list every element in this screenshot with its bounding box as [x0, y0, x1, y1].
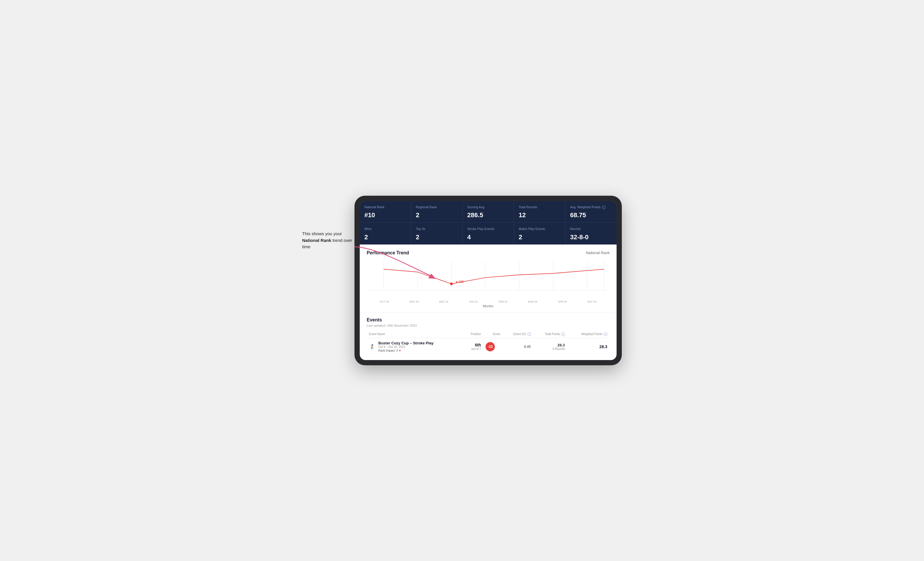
events-table: Event Name Position Score Event SG i Tot… — [367, 331, 610, 355]
rank-impact: Rank Impact: 3 ▼ — [378, 349, 401, 352]
svg-marker-0 — [428, 274, 435, 279]
annotation-text-1: This shows you your — [302, 231, 342, 236]
stat-wins: Wins 2 — [360, 223, 411, 244]
annotation-bold: National Rank — [302, 238, 331, 243]
x-label-oct23: OCT 23 — [370, 300, 399, 303]
x-label-apr24: APR 24 — [548, 300, 577, 303]
th-event-sg: Event SG i — [502, 331, 533, 338]
event-sg: 0.45 — [502, 338, 533, 355]
svg-text:● #10: ● #10 — [456, 280, 464, 283]
event-score: -22 — [483, 338, 502, 355]
event-golf-icon: 🏌️ — [369, 343, 376, 350]
stat-avg-weighted: Avg. Weighted Points i 68.75 — [566, 201, 616, 223]
x-label-nov23: NOV 23 — [399, 300, 429, 303]
info-icon-avg-weighted[interactable]: i — [602, 206, 606, 209]
x-label-dec23: DEC 23 — [429, 300, 459, 303]
events-section: Events Last updated: 24th November 2023 … — [360, 313, 616, 360]
info-icon-weighted-points[interactable]: i — [604, 332, 607, 336]
stat-record: Record 32-8-0 — [566, 223, 616, 244]
event-title: Buster Cozy Cup – Stroke Play — [378, 341, 434, 345]
event-position: 6th out of 7 — [463, 338, 483, 355]
stat-total-rounds: Total Rounds 12 — [514, 201, 565, 223]
x-label-jan24: JAN 24 — [459, 300, 488, 303]
events-title: Events — [367, 317, 610, 323]
svg-point-10 — [450, 282, 453, 285]
events-header: Events — [367, 317, 610, 323]
table-row: 🏌️ Buster Cozy Cup – Stroke Play Oct 9 –… — [367, 338, 610, 355]
info-icon-event-sg[interactable]: i — [527, 332, 531, 336]
event-total-points: 28.3 3 Rounds — [533, 338, 567, 355]
events-last-updated: Last updated: 24th November 2023 — [367, 324, 610, 327]
stat-stroke-play: Stroke Play Events 4 — [463, 223, 514, 244]
th-event-name: Event Name — [367, 331, 463, 338]
chart-x-labels: OCT 23 NOV 23 DEC 23 JAN 24 FEB 24 MAR 2… — [367, 300, 610, 303]
stat-match-play: Match Play Events 2 — [514, 223, 565, 244]
stat-regional-rank: Regional Rank 2 — [411, 201, 462, 223]
event-date: Oct 9 – Oct 10, 2023 — [378, 345, 434, 349]
stats-grid-row1: National Rank #10 Regional Rank 2 Scorin… — [360, 201, 616, 223]
th-total-points: Total Points i — [533, 331, 567, 338]
x-label-mar24: MAR 24 — [518, 300, 548, 303]
stat-national-rank: National Rank #10 — [360, 201, 411, 223]
th-weighted-points: Weighted Points i — [567, 331, 610, 338]
th-score: Score — [483, 331, 502, 338]
x-label-may24: MAY 24 — [577, 300, 607, 303]
stat-scoring-avg: Scoring Avg. 286.5 — [463, 201, 514, 223]
event-weighted-points: 28.3 — [567, 338, 610, 355]
stats-grid-row2: Wins 2 Top 3s 2 Stroke Play Events 4 Mat… — [360, 223, 616, 244]
info-icon-total-points[interactable]: i — [561, 332, 565, 336]
chart-subtitle: National Rank — [586, 251, 610, 255]
rank-down-arrow: ▼ — [398, 349, 401, 352]
chart-x-axis-title: Months — [367, 304, 610, 308]
stat-top3s: Top 3s 2 — [411, 223, 462, 244]
event-name-cell: 🏌️ Buster Cozy Cup – Stroke Play Oct 9 –… — [367, 338, 463, 355]
th-position: Position — [463, 331, 483, 338]
annotation-arrow — [349, 244, 442, 281]
x-label-feb24: FEB 24 — [488, 300, 518, 303]
